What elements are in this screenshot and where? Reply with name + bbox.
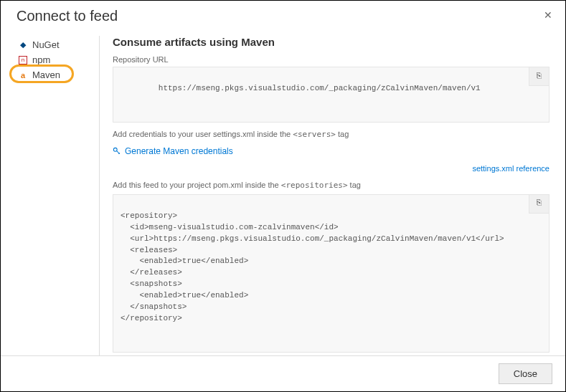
key-icon	[113, 147, 121, 156]
hint-tag: <repositories>	[281, 181, 348, 190]
repo-url-box[interactable]: https://mseng.pkgs.visualstudio.com/_pac…	[113, 67, 550, 123]
close-button[interactable]: Close	[499, 363, 552, 384]
settings-ref-row: settings.xml reference	[113, 163, 550, 173]
hint-tag: <servers>	[293, 130, 336, 139]
sidebar-item-label: NuGet	[32, 39, 60, 50]
settings-xml-reference-link[interactable]: settings.xml reference	[472, 164, 550, 173]
hint-text: Add this feed to your project pom.xml in…	[113, 181, 281, 189]
sidebar-item-maven[interactable]: a Maven	[14, 67, 99, 82]
generate-credentials-link[interactable]: Generate Maven credentials	[113, 146, 233, 156]
dialog-header: Connect to feed ✕	[1, 1, 565, 30]
sidebar-item-label: Maven	[32, 70, 60, 80]
npm-icon: n	[18, 55, 28, 65]
sidebar: ◆ NuGet n npm a Maven	[14, 36, 100, 355]
consume-title: Consume artifacts using Maven	[113, 36, 550, 48]
sidebar-item-nuget[interactable]: ◆ NuGet	[14, 37, 99, 52]
main-panel: Consume artifacts using Maven Repository…	[100, 36, 552, 355]
repo-url-text: https://mseng.pkgs.visualstudio.com/_pac…	[159, 84, 481, 92]
sidebar-item-label: npm	[32, 54, 50, 65]
pom-snippet-text: <repository> <id>mseng-visualstudio.com-…	[121, 211, 504, 322]
hint-text: tag	[348, 181, 361, 189]
copy-icon: ⎘	[537, 198, 542, 209]
copy-repo-url-button[interactable]: ⎘	[529, 67, 549, 86]
hint-text: Add credentials to your user settings.xm…	[113, 130, 293, 138]
maven-icon: a	[18, 70, 28, 80]
sidebar-item-npm[interactable]: n npm	[14, 52, 99, 67]
repo-url-label: Repository URL	[113, 55, 550, 64]
copy-icon: ⎘	[537, 71, 542, 82]
connect-to-feed-dialog: Connect to feed ✕ ◆ NuGet n npm a Maven …	[0, 0, 566, 392]
dialog-footer: Close	[1, 355, 565, 391]
generate-credentials-label: Generate Maven credentials	[125, 146, 233, 156]
copy-pom-snippet-button[interactable]: ⎘	[529, 195, 549, 214]
svg-point-0	[113, 148, 117, 151]
close-icon[interactable]: ✕	[541, 8, 555, 22]
nuget-icon: ◆	[18, 40, 28, 50]
dialog-title: Connect to feed	[16, 8, 118, 24]
pom-snippet-box[interactable]: <repository> <id>mseng-visualstudio.com-…	[113, 194, 550, 353]
credentials-hint: Add credentials to your user settings.xm…	[113, 130, 550, 139]
hint-text: tag	[336, 130, 349, 138]
pom-hint: Add this feed to your project pom.xml in…	[113, 181, 550, 190]
dialog-body: ◆ NuGet n npm a Maven Consume artifacts …	[1, 30, 565, 355]
